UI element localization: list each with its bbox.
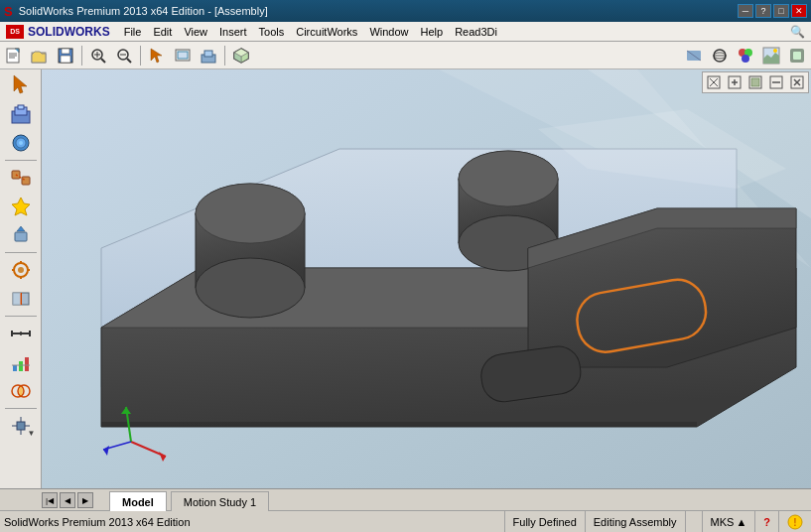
nav-prev[interactable]: ◀ xyxy=(60,492,75,508)
sw-red-icon: DS xyxy=(6,25,24,39)
new-button[interactable] xyxy=(2,45,26,66)
status-context: Editing Assembly xyxy=(585,511,685,532)
sidebar-explode[interactable]: ▼ xyxy=(3,412,39,440)
svg-rect-6 xyxy=(62,49,69,54)
svg-rect-35 xyxy=(793,52,801,60)
svg-point-85 xyxy=(459,151,558,206)
svg-rect-47 xyxy=(15,232,27,241)
menu-file[interactable]: File xyxy=(118,24,148,40)
editing-assembly-text: Editing Assembly xyxy=(594,516,677,528)
tab-model[interactable]: Model xyxy=(109,491,167,511)
normal-size-btn[interactable] xyxy=(745,73,765,91)
help-button[interactable]: ? xyxy=(755,4,771,18)
close-pane-btn[interactable] xyxy=(787,73,807,91)
sep1 xyxy=(81,46,82,66)
menu-read3di[interactable]: Read3Di xyxy=(449,24,503,40)
display-style1[interactable] xyxy=(682,45,706,66)
sidebar-smart-mates[interactable] xyxy=(3,193,39,220)
sidebar-component[interactable] xyxy=(3,100,39,128)
assembly-tool[interactable] xyxy=(197,45,220,66)
status-units: MKS ▲ xyxy=(702,511,755,532)
svg-point-50 xyxy=(18,267,24,273)
menu-help[interactable]: Help xyxy=(415,24,450,40)
sidebar-interference[interactable] xyxy=(3,377,39,405)
view-reset-btn[interactable] xyxy=(704,73,724,91)
menu-view[interactable]: View xyxy=(178,24,213,40)
sidebar-measure[interactable] xyxy=(3,320,39,347)
tab-motion-study[interactable]: Motion Study 1 xyxy=(171,491,269,511)
menu-circuitworks[interactable]: CircuitWorks xyxy=(290,24,363,40)
svg-rect-7 xyxy=(61,56,70,63)
menu-tools[interactable]: Tools xyxy=(253,24,291,40)
menu-insert[interactable]: Insert xyxy=(213,24,253,40)
svg-rect-68 xyxy=(17,422,25,430)
svg-marker-36 xyxy=(14,75,27,93)
sidebar-select[interactable] xyxy=(3,71,39,99)
maximize-button[interactable]: □ xyxy=(773,4,789,18)
sep3 xyxy=(224,46,225,66)
svg-rect-17 xyxy=(178,52,188,59)
sidebar-section-view[interactable] xyxy=(3,285,39,313)
units-arrow[interactable]: ▲ xyxy=(736,516,746,528)
sidebar-sep1 xyxy=(5,160,37,161)
save-button[interactable] xyxy=(54,45,77,66)
status-help[interactable]: ? xyxy=(754,511,778,532)
zoom-out[interactable] xyxy=(112,45,136,66)
menu-edit[interactable]: Edit xyxy=(147,24,178,40)
expand-btn[interactable] xyxy=(725,73,744,91)
title-bar: S SolidWorks Premium 2013 x64 Edition - … xyxy=(0,0,811,22)
menu-bar: DS SOLIDWORKS File Edit View Insert Tool… xyxy=(0,22,811,42)
search-button[interactable]: 🔍 xyxy=(785,21,809,43)
units-text: MKS xyxy=(711,516,735,528)
viewport[interactable] xyxy=(42,69,811,488)
svg-marker-91 xyxy=(101,422,697,427)
open-button[interactable] xyxy=(28,45,52,66)
svg-point-42 xyxy=(19,141,23,145)
display-style2[interactable] xyxy=(708,45,732,66)
title-bar-controls: ─ ? □ ✕ xyxy=(738,4,807,18)
svg-rect-105 xyxy=(751,78,759,86)
svg-rect-63 xyxy=(19,361,23,371)
select-tool[interactable] xyxy=(145,45,169,66)
svg-rect-64 xyxy=(25,357,29,371)
svg-marker-46 xyxy=(12,198,30,215)
menu-window[interactable]: Window xyxy=(363,24,414,40)
right-mini-toolbar xyxy=(702,71,809,93)
title-text: SolidWorks Premium 2013 x64 Edition - [A… xyxy=(19,5,268,17)
svg-rect-19 xyxy=(204,51,212,57)
sidebar-move-component[interactable] xyxy=(3,221,39,249)
status-defined: Fully Defined xyxy=(504,511,585,532)
svg-rect-62 xyxy=(13,365,17,371)
svg-point-31 xyxy=(742,55,749,63)
sidebar-sep3 xyxy=(5,316,37,317)
sidebar-assembly-stats[interactable] xyxy=(3,348,39,376)
tab-bar: |◀ ◀ ▶ Model Motion Study 1 xyxy=(0,488,811,510)
sep2 xyxy=(140,46,141,66)
svg-point-81 xyxy=(196,184,305,243)
scenes[interactable] xyxy=(759,45,783,66)
sidebar-mates[interactable] xyxy=(3,164,39,192)
status-divider1 xyxy=(685,511,702,532)
close-button[interactable]: ✕ xyxy=(791,4,807,18)
zoom-to-fit[interactable] xyxy=(86,45,110,66)
sw-logo-text: S xyxy=(4,4,13,19)
nav-first[interactable]: |◀ xyxy=(42,492,58,508)
toolbar-row1 xyxy=(0,42,811,69)
minimize-button[interactable]: ─ xyxy=(738,4,753,18)
svg-marker-15 xyxy=(151,49,162,63)
sw-logo[interactable]: DS SOLIDWORKS xyxy=(2,25,114,39)
view-orient[interactable] xyxy=(229,45,253,66)
svg-marker-48 xyxy=(17,226,25,231)
sketch-tool[interactable] xyxy=(171,45,195,66)
sidebar-features[interactable] xyxy=(3,129,39,157)
sw-brand-text: SOLIDWORKS xyxy=(28,25,110,39)
status-notification[interactable]: ! xyxy=(778,511,811,532)
sidebar-view-tools[interactable] xyxy=(3,256,39,284)
main-container: ▼ xyxy=(0,69,811,488)
nav-next[interactable]: ▶ xyxy=(77,492,93,508)
appearances[interactable] xyxy=(734,45,757,66)
svg-point-33 xyxy=(773,49,777,53)
minimize-pane-btn[interactable] xyxy=(766,73,786,91)
sidebar-sep2 xyxy=(5,252,37,253)
render-tools[interactable] xyxy=(785,45,809,66)
